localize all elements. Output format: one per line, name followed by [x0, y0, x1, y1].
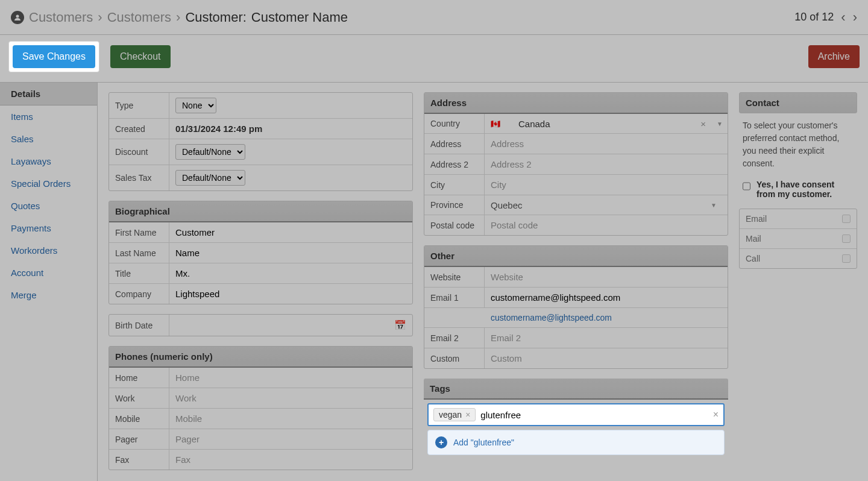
calendar-icon[interactable]: 📅: [394, 319, 406, 331]
sidebar-item-workorders[interactable]: Workorders: [0, 239, 97, 262]
email2-field[interactable]: [491, 333, 722, 343]
chevron-down-icon[interactable]: ▼: [717, 121, 728, 127]
chevron-down-icon[interactable]: ▼: [711, 202, 722, 209]
salestax-select[interactable]: Default/None: [175, 170, 245, 186]
add-tag-suggestion[interactable]: + Add "glutenfree": [427, 430, 725, 455]
sidebar-item-merge[interactable]: Merge: [0, 284, 97, 306]
tags-input[interactable]: vegan× ×: [427, 403, 725, 426]
address2-field[interactable]: [491, 159, 722, 169]
postal-code-field[interactable]: [491, 220, 722, 230]
phone-work-field[interactable]: [175, 393, 406, 403]
chevron-right-icon: ›: [176, 10, 180, 25]
discount-select[interactable]: Default/None: [175, 144, 245, 160]
phone-mobile-field[interactable]: [175, 413, 406, 424]
svg-point-0: [16, 14, 19, 17]
contact-mail-checkbox[interactable]: [842, 234, 851, 243]
flag-icon: 🇨🇦: [491, 119, 500, 128]
country-select[interactable]: 🇨🇦 Canada × ▼: [485, 119, 728, 129]
breadcrumb-section[interactable]: Customers: [107, 10, 171, 25]
website-field[interactable]: [491, 272, 722, 282]
contact-methods: Email Mail Call: [739, 209, 857, 269]
breadcrumb-name: Customer Name: [251, 10, 348, 25]
province-select[interactable]: Quebec ▼: [485, 200, 728, 210]
clear-country-icon[interactable]: ×: [697, 119, 709, 129]
consent-row: Yes, I have consent from my customer.: [739, 176, 857, 203]
sidebar-item-quotes[interactable]: Quotes: [0, 195, 97, 217]
chevron-right-icon: ›: [98, 10, 102, 25]
last-name-field[interactable]: [175, 248, 406, 258]
archive-button[interactable]: Archive: [808, 45, 860, 68]
birthdate-field[interactable]: [175, 320, 394, 330]
remove-tag-icon[interactable]: ×: [465, 410, 470, 420]
sidebar-item-account[interactable]: Account: [0, 262, 97, 284]
sidebar-item-details[interactable]: Details: [0, 83, 97, 105]
save-button[interactable]: Save Changes: [13, 45, 95, 68]
company-field[interactable]: [175, 289, 406, 299]
created-label: Created: [109, 119, 169, 139]
salestax-label: Sales Tax: [109, 165, 169, 190]
tag-chip: vegan×: [433, 408, 476, 421]
breadcrumb-root[interactable]: Customers: [29, 10, 93, 25]
other-section: Other Website Email 1 customername@light…: [424, 245, 728, 369]
save-button-highlight: Save Changes: [8, 41, 99, 72]
custom-field[interactable]: [491, 353, 722, 363]
discount-label: Discount: [109, 139, 169, 165]
phone-pager-field[interactable]: [175, 434, 406, 444]
bio-section: Biographical First Name Last Name Title …: [108, 201, 413, 304]
sidebar-item-special-orders[interactable]: Special Orders: [0, 172, 97, 195]
first-name-field[interactable]: [175, 227, 406, 237]
contact-note: To select your customer's preferred cont…: [739, 113, 857, 176]
address-field[interactable]: [491, 139, 722, 149]
phone-home-field[interactable]: [175, 373, 406, 383]
sidebar-item-sales[interactable]: Sales: [0, 128, 97, 150]
chevron-left-icon[interactable]: ‹: [841, 10, 845, 25]
tags-section: Tags vegan× × + Add "glutenfree": [424, 379, 728, 455]
details-section: Type None Created 01/31/2024 12:49 pm Di…: [108, 92, 413, 191]
phones-header: Phones (numeric only): [109, 347, 412, 368]
breadcrumb: Customers › Customers › Customer: Custom…: [0, 0, 868, 35]
consent-checkbox[interactable]: [743, 181, 750, 191]
sidebar-item-items[interactable]: Items: [0, 105, 97, 128]
plus-circle-icon: +: [435, 436, 447, 448]
sidebar-item-layaways[interactable]: Layaways: [0, 150, 97, 172]
bio-header: Biographical: [109, 201, 412, 222]
phones-section: Phones (numeric only) Home Work Mobile P…: [108, 346, 413, 470]
contact-email-checkbox[interactable]: [842, 215, 851, 223]
tag-text-input[interactable]: [480, 410, 708, 420]
phone-fax-field[interactable]: [175, 454, 406, 465]
breadcrumb-prefix: Customer:: [185, 10, 246, 25]
contact-section: Contact To select your customer's prefer…: [739, 92, 857, 269]
sidebar-item-payments[interactable]: Payments: [0, 217, 97, 239]
checkout-button[interactable]: Checkout: [110, 45, 171, 68]
chevron-right-icon[interactable]: ›: [853, 10, 857, 25]
sidebar: Details Items Sales Layaways Special Ord…: [0, 83, 98, 481]
action-bar: Save Changes Checkout Archive: [0, 35, 868, 83]
email1-link[interactable]: customername@lightspeed.com: [491, 313, 612, 322]
user-icon: [11, 11, 24, 24]
clear-tags-icon[interactable]: ×: [713, 409, 719, 420]
birthdate-section: Birth Date📅: [108, 314, 413, 336]
email1-field[interactable]: [491, 292, 722, 303]
pager-count: 10 of 12: [794, 11, 834, 24]
city-field[interactable]: [491, 180, 722, 190]
type-label: Type: [109, 93, 169, 118]
address-section: Address Country 🇨🇦 Canada × ▼ Addr: [424, 92, 728, 236]
title-field[interactable]: [175, 268, 406, 278]
contact-call-checkbox[interactable]: [842, 254, 851, 263]
created-value: 01/31/2024 12:49 pm: [169, 119, 412, 139]
type-select[interactable]: None: [175, 98, 216, 113]
